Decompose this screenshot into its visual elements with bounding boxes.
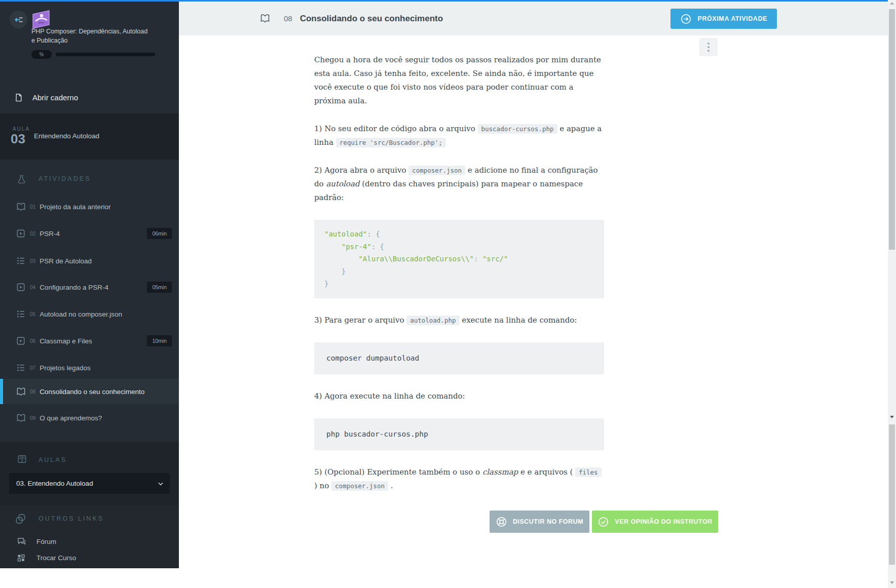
item-number: 03 bbox=[30, 258, 35, 264]
book-icon bbox=[17, 454, 27, 464]
list-icon bbox=[16, 256, 26, 265]
lesson-select-dropdown[interactable]: 03. Entendendo Autoload bbox=[9, 473, 170, 494]
item-number: 05 bbox=[30, 311, 35, 317]
inline-code: buscador-cursos.php bbox=[478, 124, 557, 134]
top-accent-bar bbox=[0, 0, 888, 2]
book-open-icon bbox=[260, 13, 270, 24]
item-label: Configurando a PSR-4 bbox=[40, 284, 108, 291]
discuss-forum-button[interactable]: DISCUTIR NO FORUM bbox=[490, 511, 589, 533]
item-label: Projetos legados bbox=[40, 364, 91, 372]
item-number: 01 bbox=[30, 204, 35, 210]
next-activity-label: PRÓXIMA ATIVIDADE bbox=[697, 15, 767, 22]
sidebar-item-01-projeto-da-aula-anterior[interactable]: 01 Projeto da aula anterior bbox=[0, 195, 179, 218]
sidebar-item-05-autoload-no-composer-json[interactable]: 05 Autoload no composer.json bbox=[0, 302, 179, 326]
scrollbar-thumb[interactable] bbox=[889, 9, 895, 250]
item-number: 02 bbox=[30, 231, 35, 237]
item-number: 06 bbox=[30, 338, 35, 344]
activity-header: 08 Consolidando o seu conhecimento PRÓXI… bbox=[179, 2, 888, 35]
item-label: Consolidando o seu conhecimento bbox=[40, 388, 144, 396]
code-line: } bbox=[324, 278, 594, 290]
collapse-sidebar-button[interactable] bbox=[10, 11, 27, 28]
sidebar-item-trocar-curso[interactable]: Trocar Curso bbox=[0, 550, 179, 565]
activity-number: 08 bbox=[284, 14, 292, 23]
lesson-title: Entendendo Autoload bbox=[34, 132, 99, 140]
check-circle-icon bbox=[598, 516, 609, 528]
open-notebook-item[interactable]: Abrir caderno bbox=[0, 85, 179, 109]
sidebar-item-03-psr-de-autoload[interactable]: 03 PSR de Autoload bbox=[0, 249, 179, 272]
notebook-label: Abrir caderno bbox=[32, 93, 78, 102]
discuss-forum-label: DISCUTIR NO FORUM bbox=[513, 518, 583, 525]
item-label: Classmap e Files bbox=[40, 337, 92, 345]
activity-article: Chegou a hora de você seguir todos os pa… bbox=[314, 35, 604, 493]
sidebar-item-04-configurando-a-psr-4[interactable]: 04 Configurando a PSR-4 05min bbox=[0, 276, 179, 299]
lesson-select-value: 03. Entendendo Autoload bbox=[16, 480, 93, 487]
chevron-down-icon bbox=[157, 480, 164, 487]
flask-icon bbox=[17, 173, 26, 185]
forum-label: Fórum bbox=[36, 538, 56, 545]
code-line: "psr-4": { bbox=[324, 241, 594, 253]
sidebar-item-06-classmap-e-files[interactable]: 06 Classmap e Files 10min bbox=[0, 329, 179, 352]
next-activity-button[interactable]: PRÓXIMA ATIVIDADE bbox=[670, 9, 777, 29]
duration-badge: 10min bbox=[147, 335, 172, 346]
progress-percent-badge: % bbox=[31, 50, 52, 59]
item-number: 07 bbox=[30, 365, 35, 371]
video-icon bbox=[16, 283, 26, 292]
link-icon bbox=[15, 513, 26, 525]
code-token: : { bbox=[371, 243, 384, 251]
links-section-header: OUTROS LINKS bbox=[0, 513, 179, 528]
grid-icon bbox=[17, 554, 26, 562]
life-buoy-icon bbox=[496, 516, 507, 528]
code-line: "autoload": { bbox=[324, 228, 594, 241]
command-block: composer dumpautoload bbox=[314, 342, 604, 374]
step-5-paragraph: 5) (Opcional) Experimente também o uso o… bbox=[314, 465, 604, 493]
activity-content: Chegou a hora de você seguir todos os pa… bbox=[179, 35, 888, 588]
collapse-arrow-icon bbox=[14, 15, 24, 25]
scrollbar-thumb[interactable] bbox=[889, 424, 895, 565]
current-lesson-banner[interactable]: AULA 03 Entendendo Autoload bbox=[0, 113, 179, 160]
scroll-down-arrow[interactable] bbox=[890, 581, 894, 584]
sidebar-item-08-consolidando-o-seu-conhecimento[interactable]: 08 Consolidando o seu conhecimento bbox=[0, 379, 179, 404]
video-icon bbox=[16, 229, 26, 238]
list-icon bbox=[16, 363, 26, 372]
duration-badge: 05min bbox=[147, 282, 172, 293]
instructor-opinion-label: VER OPINIÃO DO INSTRUTOR bbox=[615, 518, 712, 525]
step-2-paragraph: 2) Agora abra o arquivo composer.json e … bbox=[314, 164, 604, 205]
switch-course-label: Trocar Curso bbox=[36, 554, 76, 562]
course-title: PHP Composer: Dependências, Autoload e P… bbox=[31, 27, 148, 45]
scroll-down-arrow[interactable] bbox=[890, 416, 894, 418]
code-token: : { bbox=[367, 230, 380, 238]
code-token: "psr-4" bbox=[342, 243, 371, 251]
more-options-button[interactable] bbox=[699, 38, 718, 56]
inline-code: composer.json bbox=[408, 166, 465, 175]
instructor-opinion-button[interactable]: VER OPINIÃO DO INSTRUTOR bbox=[592, 511, 718, 533]
sidebar-item-forum[interactable]: Fórum bbox=[0, 534, 179, 549]
item-label: Autoload no composer.json bbox=[40, 310, 122, 318]
book-open-icon bbox=[16, 387, 26, 397]
intro-paragraph: Chegou a hora de você seguir todos os pa… bbox=[314, 53, 604, 108]
links-section-label: OUTROS LINKS bbox=[39, 515, 104, 522]
inline-code: composer.json bbox=[331, 481, 388, 491]
book-open-icon bbox=[16, 202, 26, 212]
item-label: PSR de Autoload bbox=[40, 257, 92, 265]
notebook-icon bbox=[14, 92, 23, 103]
video-icon bbox=[16, 336, 26, 345]
code-token: "src/" bbox=[482, 255, 508, 263]
duration-badge: 06min bbox=[147, 228, 172, 239]
content-scrollbar[interactable] bbox=[888, 0, 896, 421]
code-token: : bbox=[474, 255, 482, 263]
book-open-icon bbox=[16, 413, 26, 423]
step-1-paragraph: 1) No seu editor de código abra o arquiv… bbox=[314, 122, 604, 149]
sidebar-item-07-projetos-legados[interactable]: 07 Projetos legados bbox=[0, 356, 179, 379]
activity-actions: DISCUTIR NO FORUM VER OPINIÃO DO INSTRUT… bbox=[490, 511, 718, 533]
arrow-right-circle-icon bbox=[680, 13, 692, 25]
sidebar-item-09-o-que-aprendemos[interactable]: 09 O que aprendemos? bbox=[0, 406, 179, 429]
outros-links-section: OUTROS LINKS Fórum Trocar Curso bbox=[0, 505, 179, 568]
sidebar-item-02-psr-4[interactable]: 02 PSR-4 06min bbox=[0, 222, 179, 245]
course-sidebar: PHP Composer: Dependências, Autoload e P… bbox=[0, 2, 179, 568]
page-scrollbar[interactable] bbox=[888, 421, 896, 588]
json-code-block: "autoload": { "psr-4": { "Alura\\Buscado… bbox=[314, 220, 604, 298]
list-icon bbox=[16, 309, 26, 319]
scroll-up-arrow[interactable] bbox=[890, 2, 894, 5]
code-line: "Alura\\BuscadorDeCursos\\": "src/" bbox=[324, 253, 594, 265]
progress-bar bbox=[56, 53, 155, 56]
